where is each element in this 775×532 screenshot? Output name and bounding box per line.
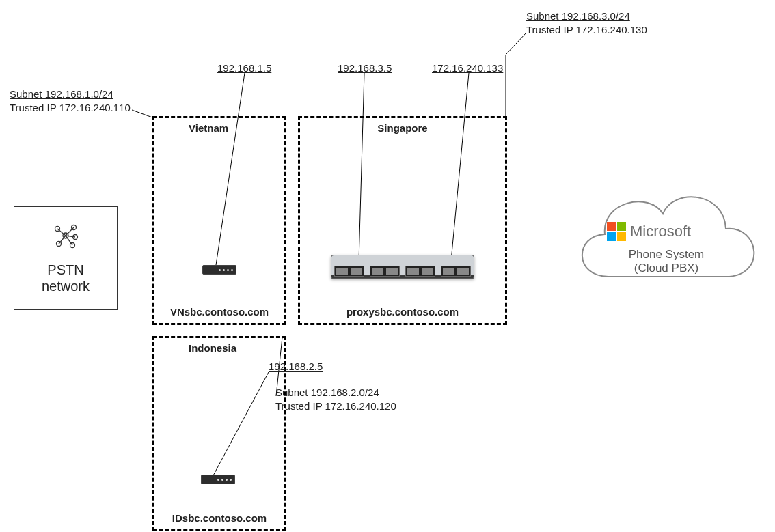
- microsoft-logo-icon: [607, 222, 626, 241]
- indonesia-subnet-text: Subnet 192.168.2.0/24: [275, 386, 396, 400]
- svg-line-14: [57, 229, 66, 236]
- indonesia-sbc-ip-label: 192.168.2.5: [269, 360, 323, 374]
- svg-line-16: [66, 236, 75, 237]
- proxy-public-ip-label: 172.16.240.133: [432, 61, 503, 75]
- svg-line-18: [66, 236, 72, 245]
- site-indonesia-host: IDsbc.contoso.com: [154, 512, 284, 524]
- cloud-subtitle: Phone System (Cloud PBX): [567, 248, 765, 275]
- site-indonesia-box: Indonesia IDsbc.contoso.com: [152, 336, 286, 531]
- pstn-network-box: PSTN network: [14, 206, 118, 310]
- site-vietnam-title: Vietnam: [154, 122, 318, 134]
- network-graph-icon: [52, 222, 79, 249]
- site-singapore-box: Singapore proxysbc.contoso.com: [298, 116, 507, 325]
- vietnam-subnet-callout: Subnet 192.168.1.0/24 Trusted IP 172.16.…: [10, 87, 131, 114]
- singapore-subnet-text: Subnet 192.168.3.0/24: [526, 10, 647, 23]
- singapore-trusted-text: Trusted IP 172.16.240.130: [526, 23, 647, 37]
- proxy-sbc-device-icon: [331, 255, 474, 279]
- vietnam-sbc-ip-label: 192.168.1.5: [217, 61, 271, 75]
- microsoft-wordmark: Microsoft: [630, 223, 691, 240]
- svg-line-17: [59, 236, 66, 244]
- vietnam-sbc-device-icon: [202, 265, 236, 275]
- pstn-title: PSTN network: [14, 262, 117, 294]
- site-singapore-title: Singapore: [300, 122, 505, 134]
- indonesia-subnet-callout: Subnet 192.168.2.0/24 Trusted IP 172.16.…: [275, 386, 396, 412]
- svg-line-4: [506, 33, 526, 55]
- site-vietnam-host: VNsbc.contoso.com: [154, 306, 284, 318]
- svg-line-15: [66, 227, 74, 236]
- singapore-sbc-ip-label: 192.168.3.5: [338, 61, 392, 75]
- indonesia-sbc-device-icon: [201, 475, 235, 484]
- vietnam-subnet-text: Subnet 192.168.1.0/24: [10, 87, 131, 101]
- site-singapore-host: proxysbc.contoso.com: [300, 306, 505, 318]
- microsoft-cloud: Microsoft Phone System (Cloud PBX): [567, 160, 765, 304]
- site-indonesia-title: Indonesia: [154, 342, 318, 354]
- microsoft-logo: Microsoft: [607, 222, 691, 241]
- indonesia-trusted-text: Trusted IP 172.16.240.120: [275, 400, 396, 413]
- vietnam-trusted-text: Trusted IP 172.16.240.110: [10, 101, 131, 115]
- site-vietnam-box: Vietnam VNsbc.contoso.com: [152, 116, 286, 325]
- svg-line-0: [132, 110, 152, 117]
- singapore-subnet-callout: Subnet 192.168.3.0/24 Trusted IP 172.16.…: [526, 10, 647, 36]
